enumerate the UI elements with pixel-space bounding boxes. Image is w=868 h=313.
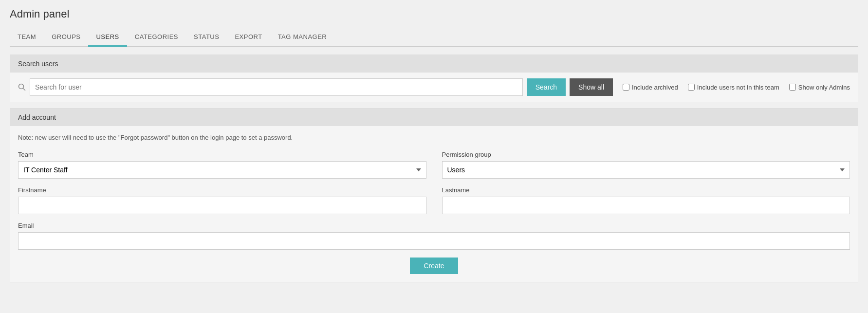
add-account-body: Note: new user will need to use the "For… (10, 126, 858, 282)
note-text: Note: new user will need to use the "For… (18, 134, 850, 141)
search-button[interactable]: Search (527, 78, 566, 96)
search-section: Search users Search Show all Include arc… (10, 55, 858, 102)
show-only-admins-checkbox[interactable] (789, 84, 796, 91)
lastname-label: Lastname (442, 186, 850, 194)
nav-tabs: TEAM GROUPS USERS CATEGORIES STATUS EXPO… (10, 28, 858, 47)
team-permission-row: Team IT Center Staff Permission group Us… (18, 151, 850, 179)
create-button[interactable]: Create (410, 258, 458, 274)
permission-group-group: Permission group Users Admin (442, 151, 850, 179)
tab-team[interactable]: TEAM (10, 28, 44, 47)
permission-group-select[interactable]: Users Admin (442, 161, 850, 179)
lastname-input[interactable] (442, 197, 850, 214)
tab-export[interactable]: EXPORT (227, 28, 270, 47)
name-row: Firstname Lastname (18, 186, 850, 214)
firstname-label: Firstname (18, 186, 426, 194)
permission-group-label: Permission group (442, 151, 850, 158)
show-only-admins-label[interactable]: Show only Admins (789, 84, 850, 91)
firstname-input[interactable] (18, 197, 426, 214)
include-not-in-team-checkbox[interactable] (688, 84, 695, 91)
page-container: Admin panel TEAM GROUPS USERS CATEGORIES… (0, 0, 868, 290)
search-icon (18, 83, 26, 91)
email-label: Email (18, 222, 850, 229)
search-body: Search Show all Include archived Include… (10, 73, 858, 102)
tab-groups[interactable]: GROUPS (44, 28, 88, 47)
include-archived-checkbox[interactable] (623, 84, 629, 91)
show-all-button[interactable]: Show all (570, 78, 613, 96)
tab-tag-manager[interactable]: TAG MANAGER (270, 28, 335, 47)
team-label: Team (18, 151, 426, 158)
firstname-group: Firstname (18, 186, 426, 214)
email-group: Email (18, 222, 850, 250)
lastname-group: Lastname (442, 186, 850, 214)
page-title: Admin panel (10, 8, 858, 20)
team-group: Team IT Center Staff (18, 151, 426, 179)
include-not-in-team-label[interactable]: Include users not in this team (688, 84, 779, 91)
tab-status[interactable]: STATUS (186, 28, 227, 47)
tab-users[interactable]: USERS (88, 28, 127, 47)
team-select[interactable]: IT Center Staff (18, 161, 426, 179)
add-account-header: Add account (10, 109, 858, 126)
svg-line-1 (23, 89, 25, 91)
tab-categories[interactable]: CATEGORIES (127, 28, 186, 47)
filter-checkboxes: Include archived Include users not in th… (623, 84, 850, 91)
search-input[interactable] (30, 78, 523, 96)
add-account-section: Add account Note: new user will need to … (10, 108, 858, 282)
search-section-header: Search users (10, 55, 858, 73)
include-archived-label[interactable]: Include archived (623, 84, 678, 91)
email-row: Email (18, 222, 850, 250)
email-input[interactable] (18, 232, 850, 250)
